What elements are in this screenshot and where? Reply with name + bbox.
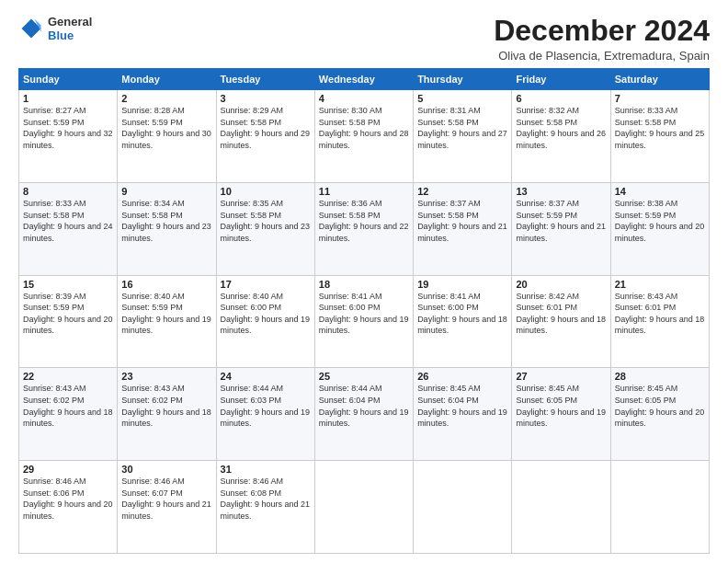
day-number: 21 [615, 279, 705, 290]
calendar-cell [414, 461, 512, 554]
calendar-header-monday: Monday [118, 69, 216, 90]
day-info: Sunrise: 8:29 AM Sunset: 5:58 PM Dayligh… [221, 105, 311, 151]
day-number: 13 [516, 186, 606, 197]
day-info: Sunrise: 8:46 AM Sunset: 6:08 PM Dayligh… [221, 476, 311, 522]
calendar-cell: 23 Sunrise: 8:43 AM Sunset: 6:02 PM Dayl… [118, 368, 216, 461]
day-number: 5 [417, 93, 507, 104]
calendar-cell: 31 Sunrise: 8:46 AM Sunset: 6:08 PM Dayl… [216, 461, 314, 554]
day-number: 31 [221, 464, 311, 475]
day-info: Sunrise: 8:33 AM Sunset: 5:58 PM Dayligh… [23, 198, 113, 244]
calendar-header-wednesday: Wednesday [314, 69, 413, 90]
day-info: Sunrise: 8:41 AM Sunset: 6:00 PM Dayligh… [319, 291, 409, 337]
day-number: 20 [516, 279, 606, 290]
day-info: Sunrise: 8:27 AM Sunset: 5:59 PM Dayligh… [23, 105, 113, 151]
day-number: 19 [417, 279, 507, 290]
main-title: December 2024 [494, 15, 710, 47]
day-info: Sunrise: 8:31 AM Sunset: 5:58 PM Dayligh… [417, 105, 507, 151]
calendar-header-row: SundayMondayTuesdayWednesdayThursdayFrid… [19, 69, 710, 90]
day-info: Sunrise: 8:39 AM Sunset: 5:59 PM Dayligh… [23, 291, 113, 337]
day-info: Sunrise: 8:46 AM Sunset: 6:06 PM Dayligh… [23, 476, 113, 522]
calendar-cell: 16 Sunrise: 8:40 AM Sunset: 5:59 PM Dayl… [118, 275, 216, 368]
day-info: Sunrise: 8:43 AM Sunset: 6:02 PM Dayligh… [23, 383, 113, 429]
day-number: 2 [121, 93, 211, 104]
calendar-cell [512, 461, 610, 554]
day-number: 25 [319, 371, 409, 382]
calendar-header-friday: Friday [512, 69, 610, 90]
day-number: 12 [417, 186, 507, 197]
calendar-cell: 27 Sunrise: 8:45 AM Sunset: 6:05 PM Dayl… [512, 368, 610, 461]
day-info: Sunrise: 8:44 AM Sunset: 6:03 PM Dayligh… [221, 383, 311, 429]
calendar-week-5: 29 Sunrise: 8:46 AM Sunset: 6:06 PM Dayl… [19, 461, 710, 554]
header: General Blue December 2024 Oliva de Plas… [18, 15, 710, 63]
day-number: 1 [23, 93, 113, 104]
day-info: Sunrise: 8:28 AM Sunset: 5:59 PM Dayligh… [121, 105, 211, 151]
day-info: Sunrise: 8:42 AM Sunset: 6:01 PM Dayligh… [516, 291, 606, 337]
day-info: Sunrise: 8:35 AM Sunset: 5:58 PM Dayligh… [221, 198, 311, 244]
day-number: 11 [319, 186, 409, 197]
day-number: 8 [23, 186, 113, 197]
calendar-cell: 19 Sunrise: 8:41 AM Sunset: 6:00 PM Dayl… [414, 275, 512, 368]
calendar-cell: 1 Sunrise: 8:27 AM Sunset: 5:59 PM Dayli… [19, 90, 118, 183]
subtitle: Oliva de Plasencia, Extremadura, Spain [494, 49, 710, 63]
day-number: 7 [615, 93, 705, 104]
calendar-cell: 25 Sunrise: 8:44 AM Sunset: 6:04 PM Dayl… [314, 368, 413, 461]
logo: General Blue [18, 15, 92, 42]
day-number: 17 [221, 279, 311, 290]
calendar-cell: 9 Sunrise: 8:34 AM Sunset: 5:58 PM Dayli… [118, 182, 216, 275]
calendar-cell: 18 Sunrise: 8:41 AM Sunset: 6:00 PM Dayl… [314, 275, 413, 368]
calendar-cell [610, 461, 709, 554]
calendar-week-2: 8 Sunrise: 8:33 AM Sunset: 5:58 PM Dayli… [19, 182, 710, 275]
calendar-cell: 12 Sunrise: 8:37 AM Sunset: 5:58 PM Dayl… [414, 182, 512, 275]
day-number: 26 [417, 371, 507, 382]
calendar-header-tuesday: Tuesday [216, 69, 314, 90]
day-info: Sunrise: 8:44 AM Sunset: 6:04 PM Dayligh… [319, 383, 409, 429]
calendar-cell: 13 Sunrise: 8:37 AM Sunset: 5:59 PM Dayl… [512, 182, 610, 275]
day-number: 10 [221, 186, 311, 197]
calendar-week-1: 1 Sunrise: 8:27 AM Sunset: 5:59 PM Dayli… [19, 90, 710, 183]
day-info: Sunrise: 8:34 AM Sunset: 5:58 PM Dayligh… [121, 198, 211, 244]
calendar-cell: 6 Sunrise: 8:32 AM Sunset: 5:58 PM Dayli… [512, 90, 610, 183]
calendar-cell: 10 Sunrise: 8:35 AM Sunset: 5:58 PM Dayl… [216, 182, 314, 275]
calendar-header-thursday: Thursday [414, 69, 512, 90]
day-info: Sunrise: 8:45 AM Sunset: 6:04 PM Dayligh… [417, 383, 507, 429]
calendar-week-3: 15 Sunrise: 8:39 AM Sunset: 5:59 PM Dayl… [19, 275, 710, 368]
day-number: 3 [221, 93, 311, 104]
day-info: Sunrise: 8:45 AM Sunset: 6:05 PM Dayligh… [516, 383, 606, 429]
calendar-cell: 14 Sunrise: 8:38 AM Sunset: 5:59 PM Dayl… [610, 182, 709, 275]
calendar-cell: 8 Sunrise: 8:33 AM Sunset: 5:58 PM Dayli… [19, 182, 118, 275]
calendar-cell: 3 Sunrise: 8:29 AM Sunset: 5:58 PM Dayli… [216, 90, 314, 183]
day-info: Sunrise: 8:33 AM Sunset: 5:58 PM Dayligh… [615, 105, 705, 151]
logo-text: General Blue [48, 15, 92, 42]
day-info: Sunrise: 8:37 AM Sunset: 5:58 PM Dayligh… [417, 198, 507, 244]
day-info: Sunrise: 8:40 AM Sunset: 6:00 PM Dayligh… [221, 291, 311, 337]
day-number: 18 [319, 279, 409, 290]
day-number: 24 [221, 371, 311, 382]
day-number: 22 [23, 371, 113, 382]
calendar-week-4: 22 Sunrise: 8:43 AM Sunset: 6:02 PM Dayl… [19, 368, 710, 461]
day-info: Sunrise: 8:30 AM Sunset: 5:58 PM Dayligh… [319, 105, 409, 151]
day-info: Sunrise: 8:43 AM Sunset: 6:01 PM Dayligh… [615, 291, 705, 337]
calendar-cell: 24 Sunrise: 8:44 AM Sunset: 6:03 PM Dayl… [216, 368, 314, 461]
calendar-header-saturday: Saturday [610, 69, 709, 90]
calendar-cell: 22 Sunrise: 8:43 AM Sunset: 6:02 PM Dayl… [19, 368, 118, 461]
day-info: Sunrise: 8:37 AM Sunset: 5:59 PM Dayligh… [516, 198, 606, 244]
calendar-header-sunday: Sunday [19, 69, 118, 90]
calendar-cell: 17 Sunrise: 8:40 AM Sunset: 6:00 PM Dayl… [216, 275, 314, 368]
day-info: Sunrise: 8:41 AM Sunset: 6:00 PM Dayligh… [417, 291, 507, 337]
svg-marker-0 [22, 19, 41, 39]
day-number: 29 [23, 464, 113, 475]
calendar-cell: 26 Sunrise: 8:45 AM Sunset: 6:04 PM Dayl… [414, 368, 512, 461]
title-block: December 2024 Oliva de Plasencia, Extrem… [494, 15, 710, 63]
calendar-cell: 2 Sunrise: 8:28 AM Sunset: 5:59 PM Dayli… [118, 90, 216, 183]
calendar-cell: 4 Sunrise: 8:30 AM Sunset: 5:58 PM Dayli… [314, 90, 413, 183]
calendar-cell: 20 Sunrise: 8:42 AM Sunset: 6:01 PM Dayl… [512, 275, 610, 368]
day-number: 6 [516, 93, 606, 104]
day-info: Sunrise: 8:32 AM Sunset: 5:58 PM Dayligh… [516, 105, 606, 151]
day-number: 28 [615, 371, 705, 382]
day-number: 9 [121, 186, 211, 197]
day-number: 15 [23, 279, 113, 290]
calendar-cell: 29 Sunrise: 8:46 AM Sunset: 6:06 PM Dayl… [19, 461, 118, 554]
calendar-cell: 30 Sunrise: 8:46 AM Sunset: 6:07 PM Dayl… [118, 461, 216, 554]
day-info: Sunrise: 8:46 AM Sunset: 6:07 PM Dayligh… [121, 476, 211, 522]
logo-icon [18, 16, 44, 41]
